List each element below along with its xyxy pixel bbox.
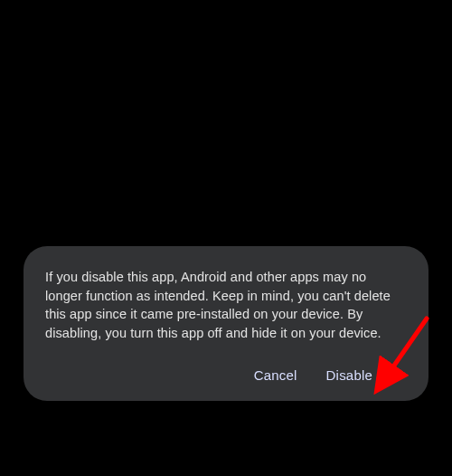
disable-app-dialog: If you disable this app, Android and oth… [24, 246, 428, 401]
disable-app-button[interactable]: Disable app [325, 362, 401, 388]
dialog-actions: Cancel Disable app [45, 362, 407, 388]
dialog-body: If you disable this app, Android and oth… [45, 268, 407, 342]
dialog-scrim [0, 0, 452, 476]
cancel-button[interactable]: Cancel [252, 362, 299, 388]
